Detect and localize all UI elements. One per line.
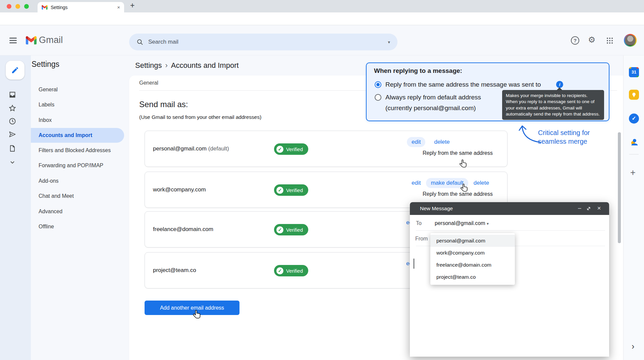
check-icon: ✓ <box>276 267 283 274</box>
new-tab-button[interactable]: + <box>130 1 135 10</box>
info-icon[interactable]: i <box>556 81 563 88</box>
edit-link[interactable]: edit <box>412 180 421 186</box>
divider <box>629 154 639 154</box>
verified-badge: ✓Verified <box>274 143 308 155</box>
nav-item-labels[interactable]: Labels <box>31 97 127 112</box>
main-menu-icon[interactable] <box>9 38 17 45</box>
breadcrumb: Settings›Accounts and Import <box>135 61 239 70</box>
check-icon: ✓ <box>276 146 283 153</box>
inbox-icon[interactable] <box>8 91 16 99</box>
calendar-icon[interactable]: 31 <box>629 67 639 77</box>
to-caret-icon: ▾ <box>487 221 489 226</box>
expand-icon[interactable] <box>586 206 592 212</box>
reply-mode-note: Reply from the same address <box>423 150 493 156</box>
sent-icon[interactable] <box>8 130 16 138</box>
dropdown-item[interactable]: freelance@domain.com <box>430 259 515 271</box>
reply-mode-note: Reply from the same address <box>423 191 493 197</box>
macos-close-button[interactable] <box>7 4 11 9</box>
nav-item-inbox[interactable]: Inbox <box>31 113 127 128</box>
nav-item-filters[interactable]: Filters and Blocked Addresses <box>31 143 127 158</box>
breadcrumb-root[interactable]: Settings <box>135 61 162 70</box>
hand-cursor-icon <box>192 310 202 320</box>
breadcrumb-separator: › <box>165 61 168 70</box>
account-email: freelance@domain.com <box>153 226 213 233</box>
macos-zoom-button[interactable] <box>24 4 29 9</box>
minimize-icon[interactable]: – <box>576 202 584 215</box>
scrollbar-thumb[interactable] <box>618 132 621 243</box>
from-label: From <box>415 236 428 242</box>
tab-close-icon[interactable]: × <box>117 5 120 10</box>
search-options-caret-icon[interactable]: ▾ <box>388 40 390 45</box>
radio-default-label-line1: Always reply from default address <box>385 94 481 101</box>
to-value[interactable]: personal@gmail.com ▾ <box>435 220 489 226</box>
delete-link[interactable]: delete <box>434 139 449 145</box>
verified-badge: ✓Verified <box>274 224 308 235</box>
radio-same-address[interactable] <box>375 81 381 88</box>
nav-item-chat-and-meet[interactable]: Chat and Meet <box>31 189 127 204</box>
snoozed-icon[interactable] <box>8 117 16 125</box>
contacts-icon[interactable] <box>629 137 639 147</box>
dropdown-item[interactable]: project@team.co <box>430 271 515 283</box>
macos-minimize-button[interactable] <box>15 4 20 9</box>
drafts-icon[interactable] <box>8 144 16 152</box>
verified-badge: ✓Verified <box>274 184 308 196</box>
tasks-icon[interactable]: ✓ <box>629 114 639 124</box>
section-title: Send mail as: <box>139 100 188 109</box>
check-icon: ✓ <box>276 226 283 233</box>
breadcrumb-current: Accounts and Import <box>171 61 239 70</box>
gmail-logo-icon <box>25 35 37 45</box>
keep-icon[interactable] <box>629 90 639 100</box>
tooltip-caret <box>557 87 562 90</box>
search-input[interactable]: Search mail ▾ <box>129 34 397 50</box>
account-avatar[interactable] <box>624 34 637 47</box>
gmail-favicon-icon <box>42 5 48 10</box>
close-icon[interactable]: × <box>595 202 603 215</box>
dropdown-item[interactable]: work@company.com <box>430 247 515 259</box>
browser-toolbar: https://mail.google.com/mail/u/0/#settin… <box>0 12 644 25</box>
nav-item-addons[interactable]: Add-ons <box>31 174 127 188</box>
starred-icon[interactable] <box>8 104 16 112</box>
nav-item-accounts-and-import[interactable]: Accounts and Import <box>31 128 124 143</box>
to-label: To <box>416 220 422 226</box>
pencil-icon <box>11 66 19 74</box>
settings-gear-icon[interactable]: ⚙ <box>588 35 595 45</box>
divider <box>416 230 605 231</box>
nav-item-general[interactable]: General <box>31 82 127 97</box>
nav-item-forwarding[interactable]: Forwarding and POP/IMAP <box>31 158 127 173</box>
account-email: personal@gmail.com <box>153 145 207 152</box>
compose-window: New Message – × To personal@gmail.com ▾ … <box>410 202 609 357</box>
tab-general-label[interactable]: General <box>139 80 158 86</box>
dropdown-item[interactable]: personal@gmail.com <box>430 235 515 247</box>
search-placeholder: Search mail <box>148 39 388 45</box>
search-icon[interactable] <box>137 39 144 46</box>
get-addons-plus-icon[interactable]: + <box>630 168 636 178</box>
screen: Settings × + https://mail.google.com/mai… <box>0 0 644 360</box>
text-cursor <box>414 259 414 269</box>
left-rail <box>0 55 31 360</box>
nav-item-advanced[interactable]: Advanced <box>31 204 127 219</box>
side-panel-collapse-icon[interactable]: › <box>632 342 634 351</box>
edit-link[interactable]: edit <box>407 137 425 147</box>
nav-item-offline[interactable]: Offline <box>31 219 127 234</box>
check-icon: ✓ <box>276 187 283 194</box>
delete-link[interactable]: delete <box>474 180 489 186</box>
account-email: project@team.co <box>153 267 196 274</box>
radio-default-address[interactable] <box>375 94 381 101</box>
info-tooltip: Makes your merge invisible to recipients… <box>502 90 604 120</box>
account-row-personal: personal@gmail.com (default) ✓Verified e… <box>145 131 507 167</box>
section-subtitle: (Use Gmail to send from your other email… <box>139 114 261 120</box>
side-panel: 31 ✓ + › <box>623 55 644 360</box>
compose-header[interactable]: New Message – × <box>410 202 609 215</box>
gmail-logo-text: Gmail <box>39 35 63 45</box>
from-address-dropdown: personal@gmail.com work@company.com free… <box>430 233 515 285</box>
tooltip-text: Makes your merge invisible to recipients… <box>506 93 600 117</box>
callout-title: When replying to a message: <box>374 67 462 75</box>
google-apps-icon[interactable] <box>607 38 613 44</box>
browser-tab-strip: Settings × + <box>0 0 644 12</box>
compose-button[interactable] <box>6 61 24 80</box>
hand-cursor-icon <box>459 159 468 169</box>
more-labels-chevron-icon[interactable] <box>8 158 16 166</box>
help-icon[interactable]: ? <box>571 36 579 45</box>
compose-title: New Message <box>420 202 453 215</box>
browser-tab[interactable]: Settings × <box>38 2 124 12</box>
